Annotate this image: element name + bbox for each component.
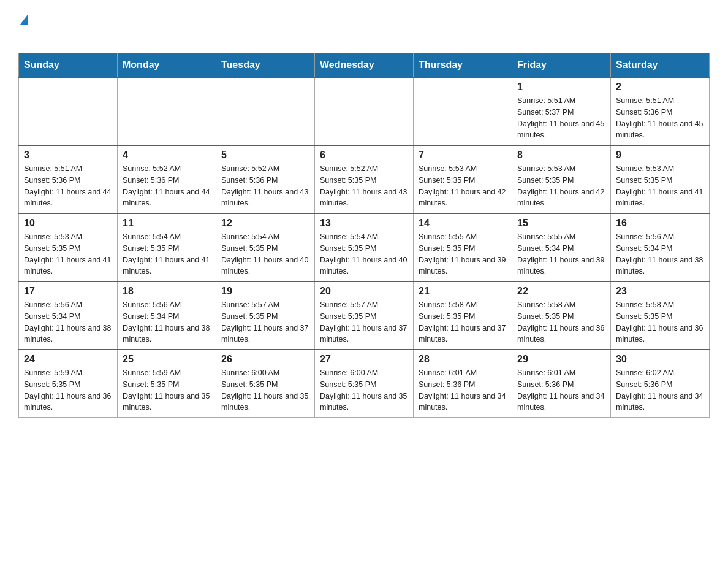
day-number: 20 (320, 286, 408, 297)
week-row-1: 1Sunrise: 5:51 AMSunset: 5:37 PMDaylight… (19, 77, 710, 145)
day-info: Sunrise: 5:51 AMSunset: 5:37 PMDaylight:… (517, 95, 605, 141)
calendar-table: SundayMondayTuesdayWednesdayThursdayFrid… (18, 53, 710, 418)
day-info: Sunrise: 5:52 AMSunset: 5:36 PMDaylight:… (221, 163, 309, 209)
header-friday: Friday (512, 53, 611, 78)
day-number: 9 (616, 150, 704, 161)
day-number: 3 (24, 150, 112, 161)
day-cell: 1Sunrise: 5:51 AMSunset: 5:37 PMDaylight… (512, 77, 611, 145)
day-number: 24 (24, 354, 112, 365)
header-saturday: Saturday (611, 53, 710, 78)
day-number: 8 (517, 150, 605, 161)
day-number: 15 (517, 218, 605, 229)
week-row-2: 3Sunrise: 5:51 AMSunset: 5:36 PMDaylight… (19, 145, 710, 213)
day-cell (19, 77, 118, 145)
day-info: Sunrise: 5:52 AMSunset: 5:35 PMDaylight:… (320, 163, 408, 209)
day-number: 11 (123, 218, 211, 229)
day-cell: 26Sunrise: 6:00 AMSunset: 5:35 PMDayligh… (216, 350, 315, 418)
day-cell: 15Sunrise: 5:55 AMSunset: 5:34 PMDayligh… (512, 213, 611, 282)
day-number: 25 (123, 354, 211, 365)
day-number: 14 (419, 218, 507, 229)
day-info: Sunrise: 5:55 AMSunset: 5:34 PMDaylight:… (517, 231, 605, 277)
day-info: Sunrise: 5:51 AMSunset: 5:36 PMDaylight:… (24, 163, 112, 209)
day-cell: 12Sunrise: 5:54 AMSunset: 5:35 PMDayligh… (216, 213, 315, 282)
day-info: Sunrise: 5:58 AMSunset: 5:35 PMDaylight:… (419, 299, 507, 345)
day-number: 17 (24, 286, 112, 297)
day-number: 21 (419, 286, 507, 297)
day-info: Sunrise: 5:53 AMSunset: 5:35 PMDaylight:… (24, 231, 112, 277)
day-cell: 19Sunrise: 5:57 AMSunset: 5:35 PMDayligh… (216, 282, 315, 350)
day-info: Sunrise: 6:00 AMSunset: 5:35 PMDaylight:… (221, 367, 309, 413)
day-cell: 22Sunrise: 5:58 AMSunset: 5:35 PMDayligh… (512, 282, 611, 350)
day-number: 7 (419, 150, 507, 161)
day-cell: 24Sunrise: 5:59 AMSunset: 5:35 PMDayligh… (19, 350, 118, 418)
day-number: 29 (517, 354, 605, 365)
day-cell: 18Sunrise: 5:56 AMSunset: 5:34 PMDayligh… (118, 282, 216, 350)
day-info: Sunrise: 5:59 AMSunset: 5:35 PMDaylight:… (123, 367, 211, 413)
calendar-header-row: SundayMondayTuesdayWednesdayThursdayFrid… (19, 53, 710, 78)
day-cell: 5Sunrise: 5:52 AMSunset: 5:36 PMDaylight… (216, 145, 315, 213)
day-info: Sunrise: 5:53 AMSunset: 5:35 PMDaylight:… (419, 163, 507, 209)
day-number: 5 (221, 150, 309, 161)
day-info: Sunrise: 5:54 AMSunset: 5:35 PMDaylight:… (123, 231, 211, 277)
day-cell: 3Sunrise: 5:51 AMSunset: 5:36 PMDaylight… (19, 145, 118, 213)
day-info: Sunrise: 6:01 AMSunset: 5:36 PMDaylight:… (419, 367, 507, 413)
day-cell: 6Sunrise: 5:52 AMSunset: 5:35 PMDaylight… (315, 145, 414, 213)
day-cell (118, 77, 216, 145)
week-row-4: 17Sunrise: 5:56 AMSunset: 5:34 PMDayligh… (19, 282, 710, 350)
day-cell: 10Sunrise: 5:53 AMSunset: 5:35 PMDayligh… (19, 213, 118, 282)
day-cell: 9Sunrise: 5:53 AMSunset: 5:35 PMDaylight… (611, 145, 710, 213)
day-info: Sunrise: 5:57 AMSunset: 5:35 PMDaylight:… (320, 299, 408, 345)
day-number: 26 (221, 354, 309, 365)
day-info: Sunrise: 5:51 AMSunset: 5:36 PMDaylight:… (616, 95, 704, 141)
day-cell: 21Sunrise: 5:58 AMSunset: 5:35 PMDayligh… (414, 282, 512, 350)
day-cell: 13Sunrise: 5:54 AMSunset: 5:35 PMDayligh… (315, 213, 414, 282)
page-header (18, 15, 710, 40)
logo (18, 15, 32, 40)
week-row-5: 24Sunrise: 5:59 AMSunset: 5:35 PMDayligh… (19, 350, 710, 418)
day-number: 22 (517, 286, 605, 297)
day-cell: 20Sunrise: 5:57 AMSunset: 5:35 PMDayligh… (315, 282, 414, 350)
header-thursday: Thursday (414, 53, 512, 78)
day-info: Sunrise: 5:58 AMSunset: 5:35 PMDaylight:… (616, 299, 704, 345)
day-cell: 4Sunrise: 5:52 AMSunset: 5:36 PMDaylight… (118, 145, 216, 213)
day-cell: 11Sunrise: 5:54 AMSunset: 5:35 PMDayligh… (118, 213, 216, 282)
day-info: Sunrise: 6:01 AMSunset: 5:36 PMDaylight:… (517, 367, 605, 413)
day-cell: 28Sunrise: 6:01 AMSunset: 5:36 PMDayligh… (414, 350, 512, 418)
day-cell (315, 77, 414, 145)
day-number: 30 (616, 354, 704, 365)
day-number: 23 (616, 286, 704, 297)
day-cell (414, 77, 512, 145)
day-cell: 23Sunrise: 5:58 AMSunset: 5:35 PMDayligh… (611, 282, 710, 350)
day-number: 4 (123, 150, 211, 161)
day-number: 27 (320, 354, 408, 365)
day-info: Sunrise: 5:52 AMSunset: 5:36 PMDaylight:… (123, 163, 211, 209)
day-info: Sunrise: 5:53 AMSunset: 5:35 PMDaylight:… (517, 163, 605, 209)
day-number: 1 (517, 82, 605, 93)
day-info: Sunrise: 5:58 AMSunset: 5:35 PMDaylight:… (517, 299, 605, 345)
day-info: Sunrise: 5:56 AMSunset: 5:34 PMDaylight:… (616, 231, 704, 277)
day-number: 16 (616, 218, 704, 229)
header-sunday: Sunday (19, 53, 118, 78)
header-monday: Monday (118, 53, 216, 78)
day-number: 28 (419, 354, 507, 365)
day-info: Sunrise: 5:57 AMSunset: 5:35 PMDaylight:… (221, 299, 309, 345)
day-info: Sunrise: 5:56 AMSunset: 5:34 PMDaylight:… (123, 299, 211, 345)
day-number: 10 (24, 218, 112, 229)
day-cell: 25Sunrise: 5:59 AMSunset: 5:35 PMDayligh… (118, 350, 216, 418)
day-cell: 14Sunrise: 5:55 AMSunset: 5:35 PMDayligh… (414, 213, 512, 282)
day-number: 18 (123, 286, 211, 297)
day-cell: 16Sunrise: 5:56 AMSunset: 5:34 PMDayligh… (611, 213, 710, 282)
day-info: Sunrise: 6:02 AMSunset: 5:36 PMDaylight:… (616, 367, 704, 413)
day-info: Sunrise: 5:56 AMSunset: 5:34 PMDaylight:… (24, 299, 112, 345)
day-cell: 8Sunrise: 5:53 AMSunset: 5:35 PMDaylight… (512, 145, 611, 213)
day-info: Sunrise: 6:00 AMSunset: 5:35 PMDaylight:… (320, 367, 408, 413)
day-cell: 30Sunrise: 6:02 AMSunset: 5:36 PMDayligh… (611, 350, 710, 418)
day-info: Sunrise: 5:53 AMSunset: 5:35 PMDaylight:… (616, 163, 704, 209)
day-number: 19 (221, 286, 309, 297)
week-row-3: 10Sunrise: 5:53 AMSunset: 5:35 PMDayligh… (19, 213, 710, 282)
day-info: Sunrise: 5:54 AMSunset: 5:35 PMDaylight:… (221, 231, 309, 277)
day-info: Sunrise: 5:59 AMSunset: 5:35 PMDaylight:… (24, 367, 112, 413)
day-number: 2 (616, 82, 704, 93)
day-cell: 7Sunrise: 5:53 AMSunset: 5:35 PMDaylight… (414, 145, 512, 213)
day-cell: 29Sunrise: 6:01 AMSunset: 5:36 PMDayligh… (512, 350, 611, 418)
